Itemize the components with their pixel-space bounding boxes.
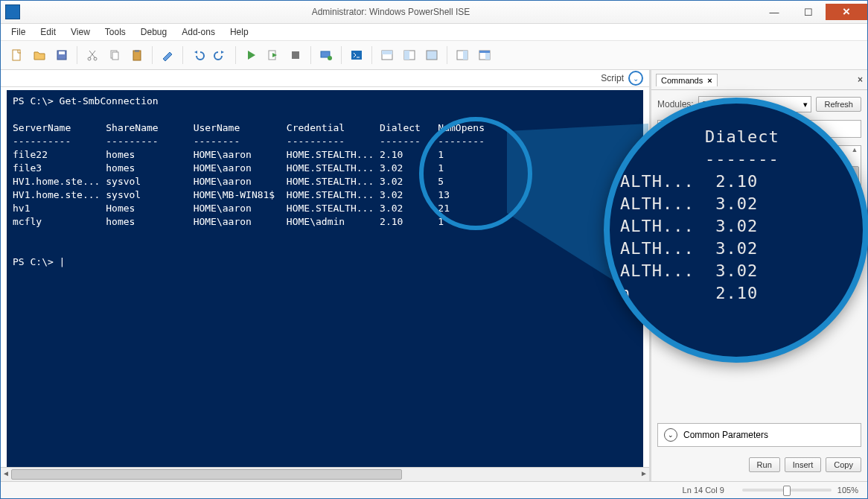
close-button[interactable]: ×: [826, 4, 867, 20]
remote-icon[interactable]: [316, 45, 336, 66]
svg-rect-15: [382, 51, 392, 54]
svg-rect-13: [351, 51, 362, 60]
zoom-level: 105%: [837, 486, 858, 495]
redo-icon[interactable]: [210, 45, 231, 66]
svg-point-12: [328, 56, 332, 60]
save-icon[interactable]: [51, 45, 72, 66]
toolbar: [1, 41, 867, 70]
run-button[interactable]: Run: [749, 457, 780, 472]
menu-help[interactable]: Help: [224, 25, 255, 39]
layout-script-top-icon[interactable]: [377, 45, 398, 66]
svg-rect-22: [479, 51, 490, 53]
menu-debug[interactable]: Debug: [135, 25, 173, 39]
magnifier-callout: Dialect ------- ALTH... 2.10 ALTH... 3.0…: [604, 98, 868, 363]
commands-tab[interactable]: Commands ×: [656, 74, 718, 86]
menu-edit[interactable]: Edit: [34, 25, 62, 39]
refresh-button[interactable]: Refresh: [816, 97, 861, 112]
horizontal-scrollbar[interactable]: ◄ ►: [1, 467, 649, 481]
common-parameters-label: Common Parameters: [683, 430, 768, 440]
menu-file[interactable]: File: [5, 25, 31, 39]
menubar: File Edit View Tools Debug Add-ons Help: [1, 24, 867, 41]
copy-icon[interactable]: [104, 45, 125, 66]
zoom-slider[interactable]: [742, 489, 832, 492]
svg-rect-20: [463, 51, 467, 60]
titlebar: Administrator: Windows PowerShell ISE — …: [1, 1, 867, 24]
script-label: Script: [601, 73, 624, 83]
stop-icon[interactable]: [285, 45, 306, 66]
run-icon[interactable]: [240, 45, 261, 66]
layout-script-max-icon[interactable]: [421, 45, 442, 66]
svg-rect-8: [135, 50, 139, 52]
svg-rect-0: [13, 50, 20, 60]
minimize-button[interactable]: —: [757, 4, 791, 20]
svg-rect-17: [404, 51, 409, 60]
layout-side-by-side-icon[interactable]: [399, 45, 420, 66]
svg-rect-18: [427, 51, 437, 60]
copy-button[interactable]: Copy: [826, 457, 861, 472]
expand-script-pane-icon[interactable]: ⌄: [628, 71, 643, 86]
cursor-position: Ln 14 Col 9: [683, 486, 724, 495]
chevron-down-icon: ▾: [803, 100, 808, 109]
show-command-addon-icon[interactable]: [452, 45, 473, 66]
svg-rect-10: [292, 51, 299, 59]
close-tab-icon[interactable]: ×: [707, 76, 712, 85]
window-title: Administrator: Windows PowerShell ISE: [25, 7, 757, 17]
powershell-console-icon[interactable]: [346, 45, 367, 66]
app-icon: [5, 4, 20, 19]
statusbar: Ln 14 Col 9 105%: [1, 481, 867, 498]
menu-view[interactable]: View: [65, 25, 96, 39]
svg-rect-6: [112, 52, 118, 60]
close-pane-icon[interactable]: ×: [858, 74, 863, 85]
chevron-down-icon: ⌄: [664, 428, 677, 442]
clear-icon[interactable]: [157, 45, 178, 66]
open-file-icon[interactable]: [29, 45, 50, 66]
cut-icon[interactable]: [82, 45, 103, 66]
common-parameters-expander[interactable]: ⌄ Common Parameters: [657, 423, 861, 447]
svg-rect-2: [59, 51, 65, 54]
svg-rect-23: [485, 53, 490, 60]
script-pane-header: Script ⌄: [1, 70, 649, 87]
new-file-icon[interactable]: [7, 45, 28, 66]
show-command-window-icon[interactable]: [474, 45, 495, 66]
menu-addons[interactable]: Add-ons: [176, 25, 221, 39]
menu-tools[interactable]: Tools: [99, 25, 132, 39]
run-selection-icon[interactable]: [263, 45, 284, 66]
insert-button[interactable]: Insert: [785, 457, 822, 472]
commands-tab-label: Commands: [661, 76, 703, 85]
console-output[interactable]: PS C:\> Get-SmbConnection ServerName Sha…: [7, 90, 643, 467]
undo-icon[interactable]: [188, 45, 208, 66]
maximize-button[interactable]: ☐: [791, 4, 826, 20]
paste-icon[interactable]: [127, 45, 147, 66]
